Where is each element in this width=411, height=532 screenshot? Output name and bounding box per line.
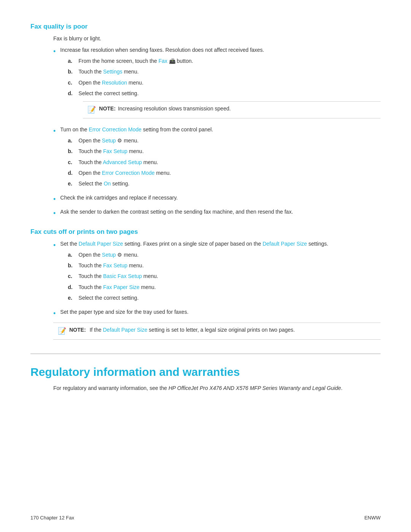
bullet-item-1: • Increase fax resolution when sending f… xyxy=(53,46,381,122)
sub-label-1d: d. xyxy=(68,89,78,97)
sub-item-1d: d. Select the correct setting. xyxy=(68,89,381,97)
fax-cuts-sub-content-1d: Touch the Fax Paper Size menu. xyxy=(78,283,381,291)
sub-content-1c: Open the Resolution menu. xyxy=(78,78,381,87)
sub-content-1d: Select the correct setting. xyxy=(78,89,381,97)
sub-item-1b: b. Touch the Settings menu. xyxy=(68,67,381,76)
bullet-dot-4: • xyxy=(53,208,56,219)
sub-label-1b: b. xyxy=(68,67,78,76)
resolution-link-1c[interactable]: Resolution xyxy=(102,80,127,86)
footer-right: ENWW xyxy=(364,515,381,521)
bullet-dot-3: • xyxy=(53,194,56,205)
sub-content-2b: Touch the Fax Setup menu. xyxy=(78,147,381,155)
fax-cuts-dot-2: • xyxy=(53,308,56,319)
bullet-dot-2: • xyxy=(53,126,56,137)
sub-content-1a: From the home screen, touch the Fax 📠 bu… xyxy=(78,57,381,65)
bullet-item-4: • Ask the sender to darken the contrast … xyxy=(53,208,381,219)
fax-cuts-heading: Fax cuts off or prints on two pages xyxy=(30,228,381,236)
bullet-content-4: Ask the sender to darken the contrast se… xyxy=(60,208,381,216)
setup-link-cut-1a[interactable]: Setup xyxy=(102,252,116,258)
sub-label-2b: b. xyxy=(68,147,78,155)
sub-label-1a: a. xyxy=(68,57,78,65)
fax-cuts-content-1: Set the Default Paper Size setting. Faxe… xyxy=(60,240,381,304)
fax-cuts-label-1b: b. xyxy=(68,261,78,270)
fax-cuts-sub-content-1b: Touch the Fax Setup menu. xyxy=(78,261,381,270)
regulatory-heading: Regulatory information and warranties xyxy=(30,353,381,379)
sub-label-2c: c. xyxy=(68,158,78,166)
note-label-2: NOTE: xyxy=(69,327,86,333)
footer-left: 170 Chapter 12 Fax xyxy=(30,515,74,521)
fax-setup-link-2b[interactable]: Fax Setup xyxy=(103,148,127,154)
bullet-dot-1: • xyxy=(53,46,56,57)
settings-link-1b[interactable]: Settings xyxy=(103,69,123,75)
fax-cuts-content-2: Set the paper type and size for the tray… xyxy=(60,308,381,316)
sub-item-2b: b. Touch the Fax Setup menu. xyxy=(68,147,381,155)
bullet-item-2: • Turn on the Error Correction Mode sett… xyxy=(53,125,381,190)
regulatory-italic-text: HP OfficeJet Pro X476 AND X576 MFP Serie… xyxy=(169,385,341,391)
fax-cuts-section: Fax cuts off or prints on two pages • Se… xyxy=(30,228,381,340)
fax-cuts-sub-1d: d. Touch the Fax Paper Size menu. xyxy=(68,283,381,291)
note-label-1: NOTE: xyxy=(99,105,116,112)
fax-cuts-label-1c: c. xyxy=(68,272,78,280)
fax-cuts-bullet-2: • Set the paper type and size for the tr… xyxy=(53,308,381,319)
fax-cuts-bullets: • Set the Default Paper Size setting. Fa… xyxy=(53,240,381,340)
ecm-link-2d[interactable]: Error Correction Mode xyxy=(102,170,155,176)
regulatory-section: Regulatory information and warranties Fo… xyxy=(30,353,381,392)
fax-cuts-dot-1: • xyxy=(53,240,56,251)
fax-cuts-sub-content-1e: Select the correct setting. xyxy=(78,294,381,302)
bullet1-main-text: Increase fax resolution when sending fax… xyxy=(60,47,264,53)
sub-label-2d: d. xyxy=(68,169,78,177)
fax-setup-link-cut-1b[interactable]: Fax Setup xyxy=(103,262,127,268)
fax-cuts-sublist-1: a. Open the Setup ⚙ menu. b. Touch the F… xyxy=(68,251,381,302)
sub-label-2a: a. xyxy=(68,136,78,145)
sub-label-2e: e. xyxy=(68,179,78,188)
sub-content-2a: Open the Setup ⚙ menu. xyxy=(78,136,381,145)
fax-cuts-sub-content-1c: Touch the Basic Fax Setup menu. xyxy=(78,272,381,280)
advanced-setup-link-2c[interactable]: Advanced Setup xyxy=(103,159,142,165)
basic-fax-link-cut-1c[interactable]: Basic Fax Setup xyxy=(103,273,142,279)
bullet1-sublist: a. From the home screen, touch the Fax 📠… xyxy=(68,57,381,98)
regulatory-body: For regulatory and warranty information,… xyxy=(53,384,381,392)
sub-content-1b: Touch the Settings menu. xyxy=(78,67,381,76)
sub-item-2e: e. Select the On setting. xyxy=(68,179,381,188)
default-paper-size-link-note2[interactable]: Default Paper Size xyxy=(103,327,147,333)
default-paper-size-link-1[interactable]: Default Paper Size xyxy=(79,241,123,247)
default-paper-size-link-2[interactable]: Default Paper Size xyxy=(263,241,307,247)
fax-quality-intro: Fax is blurry or light. xyxy=(53,34,381,43)
sub-label-1c: c. xyxy=(68,78,78,87)
note-icon-1: 📝 xyxy=(88,105,96,115)
bullet2-sublist: a. Open the Setup ⚙ menu. b. Touch the F… xyxy=(68,136,381,188)
sub-item-2d: d. Open the Error Correction Mode menu. xyxy=(68,169,381,177)
fax-cuts-sub-1b: b. Touch the Fax Setup menu. xyxy=(68,261,381,270)
sub-content-2e: Select the On setting. xyxy=(78,179,381,188)
sub-item-1a: a. From the home screen, touch the Fax 📠… xyxy=(68,57,381,65)
fax-quality-bullets: • Increase fax resolution when sending f… xyxy=(53,46,381,219)
fax-cuts-sub-1c: c. Touch the Basic Fax Setup menu. xyxy=(68,272,381,280)
bullet-content-3: Check the ink cartridges and replace if … xyxy=(60,193,381,202)
sub-content-2c: Touch the Advanced Setup menu. xyxy=(78,158,381,166)
bullet-content-2: Turn on the Error Correction Mode settin… xyxy=(60,125,381,190)
fax-cuts-bullet-1: • Set the Default Paper Size setting. Fa… xyxy=(53,240,381,304)
fax-link-1a[interactable]: Fax xyxy=(158,58,167,64)
fax-cuts-label-1a: a. xyxy=(68,251,78,259)
fax-paper-size-link-cut-1d[interactable]: Fax Paper Size xyxy=(103,284,140,290)
sub-item-2c: c. Touch the Advanced Setup menu. xyxy=(68,158,381,166)
fax-quality-heading: Fax quality is poor xyxy=(30,23,381,30)
fax-cuts-sub-1e: e. Select the correct setting. xyxy=(68,294,381,302)
bullet-content-1: Increase fax resolution when sending fax… xyxy=(60,46,381,122)
on-link-2e[interactable]: On xyxy=(104,181,111,187)
setup-link-2a[interactable]: Setup xyxy=(102,137,116,144)
sub-content-2d: Open the Error Correction Mode menu. xyxy=(78,169,381,177)
bullet-item-3: • Check the ink cartridges and replace i… xyxy=(53,193,381,205)
fax-cuts-sub-1a: a. Open the Setup ⚙ menu. xyxy=(68,251,381,259)
page-footer: 170 Chapter 12 Fax ENWW xyxy=(0,515,411,521)
note-box-2: 📝 NOTE: If the Default Paper Size settin… xyxy=(53,323,381,340)
note-box-1: 📝 NOTE:Increasing resolution slows trans… xyxy=(83,101,381,118)
sub-item-1c: c. Open the Resolution menu. xyxy=(68,78,381,87)
note-icon-2: 📝 xyxy=(58,326,66,336)
fax-cuts-sub-content-1a: Open the Setup ⚙ menu. xyxy=(78,251,381,259)
fax-cuts-label-1d: d. xyxy=(68,283,78,291)
note-text-1: Increasing resolution slows transmission… xyxy=(118,105,231,112)
ecm-link[interactable]: Error Correction Mode xyxy=(89,126,142,133)
fax-quality-section: Fax quality is poor Fax is blurry or lig… xyxy=(30,23,381,219)
sub-item-2a: a. Open the Setup ⚙ menu. xyxy=(68,136,381,145)
